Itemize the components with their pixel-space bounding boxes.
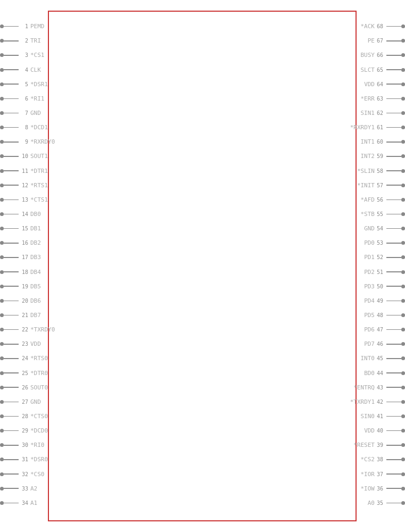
pin-number: 38 (377, 456, 386, 462)
pin-number: 41 (377, 413, 386, 419)
pin-label: PD5 (364, 312, 375, 319)
left-pin-31: 31*DSR0 (0, 456, 48, 463)
pin-dot (401, 154, 405, 158)
pin-number: 58 (377, 168, 386, 174)
pin-line (4, 372, 19, 373)
right-pin-61: 61*RXRDY1 (350, 124, 405, 131)
pin-label: *RTS1 (30, 182, 48, 189)
pin-line (4, 301, 19, 302)
pin-line (386, 402, 401, 403)
pin-label: *CTS1 (30, 196, 48, 203)
pin-label: *INIT (357, 182, 375, 189)
pin-label: GND (30, 398, 41, 405)
pin-dot (401, 371, 405, 375)
pin-number: 20 (19, 298, 28, 304)
pin-number: 17 (19, 254, 28, 260)
left-pin-8: 8*DCD1 (0, 124, 48, 131)
pin-number: 56 (377, 197, 386, 203)
pin-dot (0, 82, 4, 86)
pin-label: DB6 (30, 297, 41, 304)
pin-number: 49 (377, 298, 386, 304)
pin-label: *RXRDY1 (350, 124, 375, 131)
pin-line (386, 200, 401, 201)
left-pin-4: 4CLK (0, 66, 41, 73)
pin-line (386, 243, 401, 244)
pin-label: A0 (368, 500, 375, 506)
pin-dot (0, 140, 4, 144)
left-pin-9: 9*RXRDY0 (0, 138, 55, 145)
pin-dot (0, 227, 4, 230)
left-pin-17: 17DB3 (0, 254, 41, 261)
left-pin-11: 11*DTR1 (0, 168, 48, 174)
pin-line (386, 257, 401, 258)
pin-dot (401, 356, 405, 360)
pin-line (4, 214, 19, 215)
pin-line (4, 503, 19, 504)
pin-number: 11 (19, 168, 28, 174)
pin-line (386, 445, 401, 446)
left-pin-20: 20DB6 (0, 297, 41, 304)
pin-line (386, 488, 401, 489)
pin-dot (401, 414, 405, 418)
pin-number: 16 (19, 240, 28, 246)
right-pin-47: 47PD6 (364, 326, 405, 333)
pin-dot (0, 371, 4, 375)
pin-dot (0, 270, 4, 274)
pin-number: 26 (19, 385, 28, 390)
pin-line (4, 286, 19, 287)
pin-line (4, 228, 19, 229)
right-pin-58: 58*SLIN (357, 168, 405, 174)
pin-line (4, 416, 19, 417)
pin-label: *RI1 (30, 95, 45, 102)
pin-number: 48 (377, 312, 386, 318)
pin-dot (401, 458, 405, 461)
pin-line (4, 26, 19, 27)
pin-line (4, 84, 19, 85)
right-pin-60: 60INT1 (361, 138, 406, 145)
pin-label: BD0 (364, 370, 375, 377)
pin-line (386, 271, 401, 272)
pin-label: DB1 (30, 225, 41, 232)
pin-number: 9 (19, 139, 28, 145)
pin-line (386, 473, 401, 475)
pin-line (386, 98, 401, 99)
pin-number: 46 (377, 341, 386, 347)
pin-number: 1 (19, 23, 28, 29)
pin-label: *AFD (361, 196, 375, 203)
pin-label: *RESET (353, 442, 375, 448)
pin-dot (401, 255, 405, 259)
right-pin-56: 56*AFD (361, 196, 406, 203)
pin-number: 14 (19, 211, 28, 217)
pin-label: *DTR1 (30, 168, 48, 174)
pin-label: GND (30, 110, 41, 117)
pin-dot (401, 97, 405, 101)
pin-dot (401, 472, 405, 476)
left-pin-18: 18DB4 (0, 269, 41, 276)
right-pin-49: 49PD4 (364, 297, 405, 304)
pin-line (4, 98, 19, 99)
pin-label: *ACK (361, 23, 375, 30)
pin-line (386, 113, 401, 114)
left-pin-7: 7GND (0, 110, 41, 117)
pin-dot (0, 386, 4, 389)
left-pin-5: 5*DSR1 (0, 81, 48, 88)
pin-label: VDD (364, 427, 375, 434)
right-pin-42: 42*TXRDY1 (350, 398, 405, 405)
right-pin-50: 50PD3 (364, 283, 405, 290)
pin-dot (0, 184, 4, 187)
pin-label: *ERR (361, 95, 375, 102)
left-pin-23: 23VDD (0, 340, 41, 347)
pin-line (4, 257, 19, 258)
pin-dot (401, 501, 405, 505)
right-pin-66: 66BUSY (361, 52, 406, 59)
pin-label: DB7 (30, 312, 41, 319)
pin-dot (401, 39, 405, 43)
pin-label: VDD (364, 81, 375, 88)
pin-number: 57 (377, 182, 386, 188)
pin-line (386, 459, 401, 460)
pin-number: 13 (19, 197, 28, 203)
pin-label: SLCT (361, 66, 375, 73)
chip-body (48, 11, 357, 521)
right-pin-43: 43*ENTRQ (353, 384, 405, 391)
pin-number: 21 (19, 312, 28, 318)
